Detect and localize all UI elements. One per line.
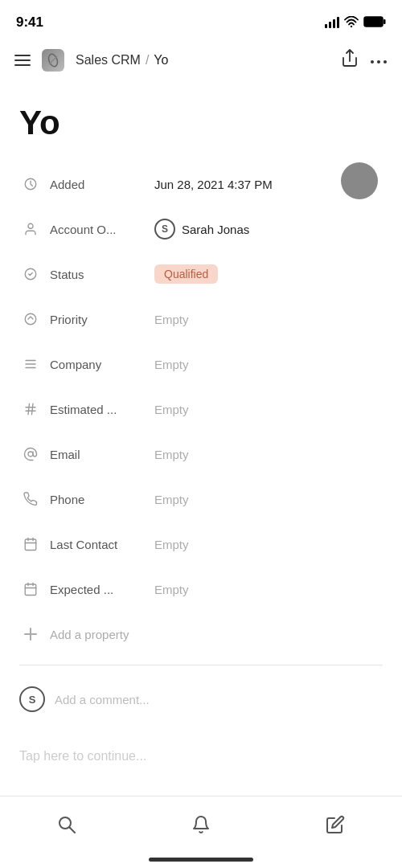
breadcrumb-app: Sales CRM	[76, 53, 141, 68]
property-row-added[interactable]: Added Jun 28, 2021 4:37 PM	[19, 162, 383, 207]
svg-point-6	[377, 60, 380, 63]
clock-icon	[19, 173, 42, 195]
prop-label-last-contact: Last Contact	[50, 538, 154, 551]
prop-value-last-contact: Empty	[154, 538, 383, 551]
page-title: Yo	[19, 104, 383, 142]
property-row-expected[interactable]: Expected ... Empty	[19, 567, 383, 612]
top-nav-right	[341, 48, 388, 72]
hash-icon	[19, 398, 42, 420]
prop-label-account-owner: Account O...	[50, 223, 154, 236]
svg-rect-24	[25, 584, 36, 596]
prop-value-phone: Empty	[154, 493, 383, 506]
prop-label-expected: Expected ...	[50, 583, 154, 596]
svg-line-17	[28, 403, 30, 415]
comment-user-avatar: S	[19, 686, 45, 712]
status-time: 9:41	[16, 14, 43, 31]
prop-label-email: Email	[50, 448, 154, 461]
property-list: Added Jun 28, 2021 4:37 PM Account O... …	[19, 162, 383, 612]
svg-rect-20	[25, 539, 36, 551]
hamburger-menu-button[interactable]	[14, 55, 31, 66]
property-row-email[interactable]: Email Empty	[19, 432, 383, 477]
property-row-priority[interactable]: Priority Empty	[19, 297, 383, 342]
svg-rect-1	[364, 17, 383, 27]
property-row-estimated[interactable]: Estimated ... Empty	[19, 387, 383, 432]
prop-label-estimated: Estimated ...	[50, 403, 154, 416]
calendar-last-contact-icon	[19, 533, 42, 555]
property-row-last-contact[interactable]: Last Contact Empty	[19, 522, 383, 567]
prop-label-status: Status	[50, 268, 154, 281]
svg-point-7	[384, 60, 387, 63]
tap-here-area[interactable]: Tap here to continue...	[0, 725, 402, 788]
svg-rect-2	[384, 19, 386, 24]
notifications-button[interactable]	[181, 805, 221, 845]
top-nav-left: Sales CRM / Yo	[14, 49, 168, 72]
share-button[interactable]	[341, 48, 359, 72]
svg-point-5	[371, 60, 374, 63]
prop-value-priority: Empty	[154, 313, 383, 326]
property-row-account-owner[interactable]: Account O... S Sarah Jonas	[19, 207, 383, 252]
svg-point-0	[351, 25, 352, 27]
svg-line-31	[70, 827, 76, 833]
owner-name: Sarah Jonas	[182, 223, 249, 236]
comment-row[interactable]: S Add a comment...	[0, 674, 402, 725]
more-options-button[interactable]	[370, 51, 388, 68]
svg-point-19	[28, 452, 33, 457]
prop-label-added: Added	[50, 178, 154, 191]
wifi-icon	[344, 16, 359, 30]
phone-icon	[19, 488, 42, 510]
prop-value-expected: Empty	[154, 583, 383, 596]
email-icon	[19, 443, 42, 465]
svg-point-11	[25, 313, 36, 325]
status-badge: Qualified	[154, 264, 218, 284]
avatar	[341, 162, 378, 199]
svg-line-18	[32, 403, 34, 415]
calendar-expected-icon	[19, 578, 42, 600]
prop-label-priority: Priority	[50, 313, 154, 326]
add-property-button[interactable]: Add a property	[19, 612, 383, 657]
svg-point-9	[28, 223, 33, 228]
plus-icon	[19, 623, 42, 645]
top-nav: Sales CRM / Yo	[0, 40, 402, 80]
search-button[interactable]	[47, 805, 87, 845]
account-owner-value: S Sarah Jonas	[154, 219, 249, 240]
home-indicator	[149, 858, 253, 862]
company-icon	[19, 353, 42, 375]
add-property-label: Add a property	[50, 628, 129, 641]
status-bar: 9:41	[0, 0, 402, 40]
person-icon	[19, 218, 42, 240]
brand-logo	[42, 49, 64, 72]
prop-value-company: Empty	[154, 358, 383, 371]
tap-here-text: Tap here to continue...	[19, 749, 146, 763]
priority-icon	[19, 308, 42, 330]
breadcrumb: Sales CRM / Yo	[76, 53, 168, 68]
prop-value-email: Empty	[154, 448, 383, 461]
status-icons	[325, 16, 386, 30]
breadcrumb-current: Yo	[154, 53, 168, 68]
content-area: Yo Added Jun 28, 2021 4:37 PM Account O.…	[0, 80, 402, 665]
status-icon	[19, 263, 42, 285]
prop-label-company: Company	[50, 358, 154, 371]
property-row-status[interactable]: Status Qualified	[19, 252, 383, 297]
divider	[19, 665, 383, 665]
battery-icon	[363, 16, 386, 30]
breadcrumb-separator: /	[146, 53, 149, 68]
owner-avatar: S	[154, 219, 175, 240]
prop-value-estimated: Empty	[154, 403, 383, 416]
edit-button[interactable]	[315, 805, 355, 845]
property-row-phone[interactable]: Phone Empty	[19, 477, 383, 522]
signal-icon	[325, 17, 339, 28]
comment-input[interactable]: Add a comment...	[55, 693, 150, 706]
property-row-company[interactable]: Company Empty	[19, 342, 383, 387]
prop-label-phone: Phone	[50, 493, 154, 506]
svg-line-4	[49, 56, 57, 64]
